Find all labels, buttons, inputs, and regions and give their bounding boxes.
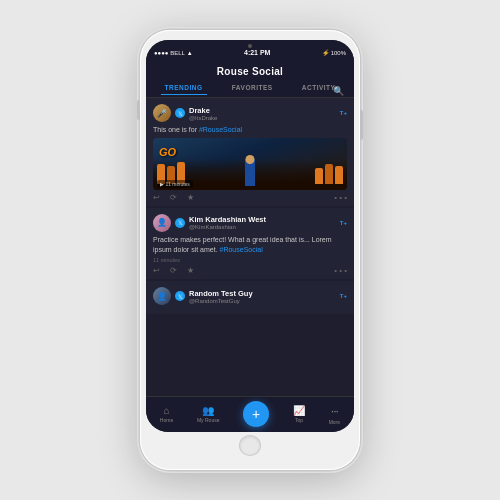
tweet-time-kim: 11 minutes [153, 257, 347, 263]
tweet-card-drake: 🎤 𝕏 Drake @ItsDrake T+ This one is for #… [146, 98, 354, 206]
search-icon[interactable]: 🔍 [333, 86, 344, 96]
like-btn-drake[interactable]: ★ [187, 193, 194, 202]
tweet-name-random: Random Test Guy [189, 289, 336, 298]
battery-text: 100% [331, 50, 346, 56]
my-rouse-icon: 👥 [202, 405, 214, 416]
more-btn-kim[interactable]: • • • [334, 266, 347, 275]
app-header: Rouse Social 🔍 [146, 58, 354, 79]
hashtag-kim: #RouseSocial [220, 246, 263, 253]
tweet-handle-random: @RandomTestGuy [189, 298, 336, 304]
tweet-header-drake: 🎤 𝕏 Drake @ItsDrake T+ [153, 104, 347, 122]
home-button[interactable] [239, 435, 261, 456]
app-title: Rouse Social [217, 66, 283, 77]
nav-item-my-rouse[interactable]: 👥 My Rouse [197, 405, 220, 423]
home-icon: ⌂ [164, 405, 170, 416]
tweet-header-kim: 👤 𝕏 Kim Kardashian West @KimKardashian T… [153, 214, 347, 232]
more-icon: ··· [331, 404, 338, 418]
nav-item-top[interactable]: 📈 Top [293, 405, 305, 423]
tweet-text-drake: This one is for #RouseSocial [153, 125, 347, 135]
tweet-name-area-kim: Kim Kardashian West @KimKardashian [189, 215, 336, 230]
phone-screen: ●●●● BELL ▲ 4:21 PM ⚡ 100% Rouse Social … [146, 40, 354, 432]
tweet-card-kim: 👤 𝕏 Kim Kardashian West @KimKardashian T… [146, 208, 354, 280]
tweet-actions-drake: ↩ ⟳ ★ • • • [153, 193, 347, 202]
reply-btn-kim[interactable]: ↩ [153, 266, 160, 275]
tweet-card-random: 👤 𝕏 Random Test Guy @RandomTestGuy T+ [146, 281, 354, 314]
retweet-btn-kim[interactable]: ⟳ [170, 266, 177, 275]
hashtag-drake: #RouseSocial [199, 126, 242, 133]
retweet-btn-drake[interactable]: ⟳ [170, 193, 177, 202]
camera-dot [248, 44, 252, 48]
tweet-actions-kim: ↩ ⟳ ★ • • • [153, 266, 347, 275]
twitter-icon-drake: 𝕏 [175, 108, 185, 118]
avatar-random: 👤 [153, 287, 171, 305]
add-now-button[interactable]: + [243, 401, 269, 427]
more-label: More [329, 419, 340, 425]
tweet-name-kim: Kim Kardashian West [189, 215, 336, 224]
tweet-text-kim: Practice makes perfect! What a great ide… [153, 235, 347, 255]
tweet-handle-kim: @KimKardashian [189, 224, 336, 230]
tweet-name-area-drake: Drake @ItsDrake [189, 106, 336, 121]
follow-btn-drake[interactable]: T+ [340, 110, 347, 116]
tweet-name-area-random: Random Test Guy @RandomTestGuy [189, 289, 336, 304]
bottom-nav: ⌂ Home 👥 My Rouse + 📈 Top ··· More [146, 396, 354, 432]
tab-bar: TRENDING FAVORITES ACTIVITY [146, 79, 354, 98]
like-btn-kim[interactable]: ★ [187, 266, 194, 275]
avatar-drake: 🎤 [153, 104, 171, 122]
nav-item-home[interactable]: ⌂ Home [160, 405, 173, 423]
carrier-text: ●●●● BELL [154, 50, 185, 56]
feed: 🎤 𝕏 Drake @ItsDrake T+ This one is for #… [146, 98, 354, 396]
home-label: Home [160, 417, 173, 423]
status-bar: ●●●● BELL ▲ 4:21 PM ⚡ 100% [146, 48, 354, 58]
tweet-handle-drake: @ItsDrake [189, 115, 336, 121]
follow-btn-kim[interactable]: T+ [340, 220, 347, 226]
reply-btn-drake[interactable]: ↩ [153, 193, 160, 202]
tab-trending[interactable]: TRENDING [161, 83, 207, 95]
top-label: Top [295, 417, 303, 423]
tweet-name-drake: Drake [189, 106, 336, 115]
twitter-icon-random: 𝕏 [175, 291, 185, 301]
status-time: 4:21 PM [244, 49, 270, 56]
more-btn-drake[interactable]: • • • [334, 193, 347, 202]
my-rouse-label: My Rouse [197, 417, 220, 423]
avatar-kim: 👤 [153, 214, 171, 232]
bluetooth-icon: ⚡ [322, 49, 329, 56]
image-time: ▶ 11 minutes [157, 180, 193, 188]
camera-area [146, 40, 354, 48]
tweet-header-random: 👤 𝕏 Random Test Guy @RandomTestGuy T+ [153, 287, 347, 305]
status-right: ⚡ 100% [322, 49, 346, 56]
tweet-image-drake: GO ▶ 11 minutes [153, 138, 347, 190]
follow-btn-random[interactable]: T+ [340, 293, 347, 299]
twitter-icon-kim: 𝕏 [175, 218, 185, 228]
status-left: ●●●● BELL ▲ [154, 50, 193, 56]
go-banner: GO [159, 146, 176, 158]
tab-favorites[interactable]: FAVORITES [228, 83, 277, 95]
phone-frame: ●●●● BELL ▲ 4:21 PM ⚡ 100% Rouse Social … [140, 30, 360, 470]
top-icon: 📈 [293, 405, 305, 416]
signal-wifi: ▲ [187, 50, 193, 56]
nav-item-more[interactable]: ··· More [329, 404, 340, 425]
